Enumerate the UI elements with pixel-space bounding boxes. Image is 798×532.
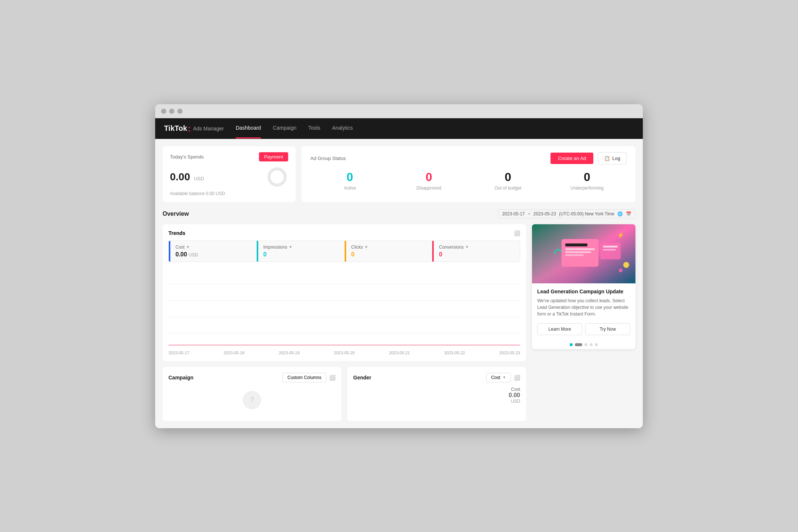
window-dot-close[interactable]	[161, 109, 166, 114]
metric-active: 0 Active	[310, 170, 389, 191]
out-of-budget-value: 0	[468, 170, 548, 184]
date-separator: ~	[528, 211, 531, 216]
metric-underperforming: 0 Underperforming	[548, 170, 627, 191]
export-icon[interactable]: ⬜	[514, 230, 520, 236]
cost-value: 0.00 USD	[175, 251, 251, 258]
payment-button[interactable]: Payment	[259, 152, 288, 161]
ad-card-actions: Learn More Try Now	[537, 323, 630, 335]
status-header: Ad Group Status Create an Ad 📋 Log	[310, 152, 627, 164]
ad-card-title: Lead Generation Campaign Update	[537, 289, 630, 294]
spends-title: Today's Spends	[170, 154, 204, 160]
ad-image-decoration: ⚡	[532, 224, 635, 283]
ad-dot-4	[595, 343, 598, 346]
main-content-area: Trends ⬜ Cost ▼ 0.00	[163, 224, 635, 421]
nav-item-tools[interactable]: Tools	[308, 118, 320, 139]
impressions-value: 0	[263, 251, 339, 258]
campaign-export-icon[interactable]: ⬜	[329, 375, 335, 381]
overview-header-row: Overview 2023-05-17 ~ 2023-05-23 (UTC-05…	[163, 209, 635, 218]
trends-header: Trends ⬜	[168, 230, 520, 236]
ad-dot-1	[575, 343, 582, 346]
svg-point-12	[623, 262, 629, 268]
date-end: 2023-05-23	[533, 211, 556, 216]
impressions-chevron: ▼	[289, 245, 292, 249]
conversions-chevron: ▼	[465, 245, 469, 249]
date-label-2: 2023-05-19	[279, 351, 300, 355]
nav-item-campaign[interactable]: Campaign	[273, 118, 296, 139]
app-window: TikTok: Ads Manager Dashboard Campaign T…	[155, 104, 643, 428]
impressions-label: Impressions ▼	[263, 245, 339, 250]
gender-cost-info: Cost 0.00 USD	[509, 387, 520, 404]
campaign-header: Campaign Custom Columns ⬜	[168, 373, 335, 382]
gender-cost-value: 0.00	[509, 392, 520, 399]
nav-bar: TikTok: Ads Manager Dashboard Campaign T…	[155, 118, 643, 139]
cost-label: Cost ▼	[175, 245, 251, 250]
metric-cell-clicks[interactable]: Clicks ▼ 0	[345, 241, 433, 262]
metric-cell-cost[interactable]: Cost ▼ 0.00 USD	[169, 241, 257, 262]
date-label-0: 2023-05-17	[168, 351, 189, 355]
cost-selector[interactable]: Cost ▼	[486, 373, 511, 382]
grid-line-1	[168, 284, 520, 284]
gender-section: Gender Cost ▼ ⬜	[347, 367, 526, 421]
title-bar	[155, 104, 643, 118]
main-content: Today's Spends Payment 0.00 USD Availabl…	[155, 139, 643, 428]
underperforming-label: Underperforming	[548, 185, 627, 191]
date-label-5: 2023-05-22	[444, 351, 465, 355]
disapproved-label: Disapproved	[389, 185, 468, 191]
gender-cost-currency: USD	[509, 399, 520, 404]
svg-rect-9	[603, 246, 618, 248]
gender-export-icon[interactable]: ⬜	[514, 375, 520, 381]
ad-card: ⚡ Lead Generation Campaign Update We've …	[532, 224, 635, 349]
spends-amount-container: 0.00 USD	[170, 171, 204, 183]
window-dot-maximize[interactable]	[177, 109, 183, 114]
status-title: Ad Group Status	[310, 156, 346, 161]
grid-line-4	[168, 333, 520, 333]
globe-icon: 🌐	[617, 211, 623, 216]
date-label-3: 2023-05-20	[334, 351, 355, 355]
chart-grid	[168, 268, 520, 349]
custom-columns-button[interactable]: Custom Columns	[283, 373, 326, 382]
spends-donut-chart	[266, 166, 288, 188]
date-start: 2023-05-17	[502, 211, 525, 216]
disapproved-value: 0	[389, 170, 468, 184]
metric-out-of-budget: 0 Out of budget	[468, 170, 548, 191]
metric-cell-conversions[interactable]: Conversions ▼ 0	[432, 241, 520, 262]
spends-body: 0.00 USD	[170, 166, 288, 188]
spends-header: Today's Spends Payment	[170, 152, 288, 161]
cost-unit: USD	[189, 252, 198, 258]
grid-line-2	[168, 300, 520, 301]
nav-item-dashboard[interactable]: Dashboard	[236, 118, 261, 139]
campaign-section: Campaign Custom Columns ⬜ ?	[163, 367, 341, 421]
svg-rect-5	[565, 248, 595, 250]
nav-item-analytics[interactable]: Analytics	[332, 118, 353, 139]
calendar-icon: 📅	[626, 211, 631, 216]
log-button[interactable]: 📋 Log	[598, 152, 627, 164]
status-metrics: 0 Active 0 Disapproved 0 Out of budget 0…	[310, 170, 627, 191]
overview-title: Overview	[163, 211, 189, 217]
log-label: Log	[612, 156, 620, 161]
window-dot-minimize[interactable]	[169, 109, 174, 114]
header-actions: Create an Ad 📋 Log	[550, 152, 627, 164]
ad-dot-2	[584, 343, 587, 346]
cost-chevron-icon: ▼	[502, 375, 506, 379]
metrics-row: Cost ▼ 0.00 USD Impressions	[168, 241, 520, 262]
grid-line-3	[168, 317, 520, 317]
chart-area	[168, 268, 520, 349]
metric-cell-impressions[interactable]: Impressions ▼ 0	[257, 241, 345, 262]
svg-point-13	[619, 269, 623, 272]
gender-title: Gender	[353, 375, 371, 381]
ad-card-content: Lead Generation Campaign Update We've up…	[532, 283, 635, 340]
ad-card-image: ⚡	[532, 224, 635, 283]
date-range-picker[interactable]: 2023-05-17 ~ 2023-05-23 (UTC-05:00) New …	[498, 209, 635, 218]
active-label: Active	[310, 185, 389, 191]
ad-dot-3	[590, 343, 593, 346]
create-ad-button[interactable]: Create an Ad	[550, 153, 593, 164]
clicks-value: 0	[351, 251, 427, 258]
gender-actions: Cost ▼ ⬜	[486, 373, 520, 382]
svg-rect-8	[600, 243, 621, 259]
status-card: Ad Group Status Create an Ad 📋 Log 0 Act…	[301, 146, 635, 202]
try-now-button[interactable]: Try Now	[585, 323, 630, 335]
out-of-budget-label: Out of budget	[468, 185, 548, 191]
learn-more-button[interactable]: Learn More	[537, 323, 582, 335]
conversions-label: Conversions ▼	[439, 245, 515, 250]
logo-dot: :	[188, 123, 191, 134]
